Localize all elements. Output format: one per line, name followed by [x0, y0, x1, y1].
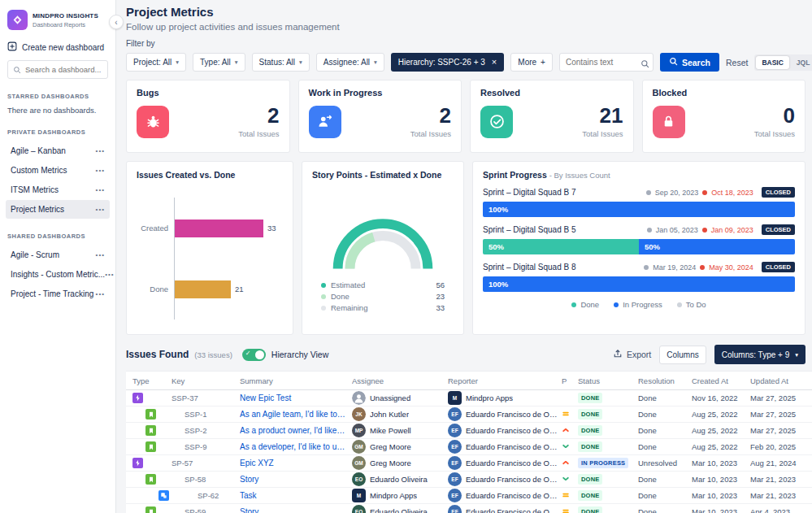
- filter-dropdown-project[interactable]: Project: All▾: [126, 53, 186, 72]
- ellipsis-icon[interactable]: •••: [96, 147, 105, 154]
- issues-table: TypeKeySummaryAssigneeReporterPStatusRes…: [126, 371, 812, 513]
- issue-row[interactable]: SP-59StoryEOEduardo OliveiraEFEduardo Fr…: [126, 504, 812, 513]
- person-name: John Kutler: [370, 410, 409, 419]
- ellipsis-icon[interactable]: •••: [96, 167, 105, 174]
- filter-dropdown-assignee[interactable]: Assignee: All▾: [316, 53, 384, 72]
- column-header-status[interactable]: Status: [578, 376, 638, 385]
- status-badge: DONE: [578, 409, 602, 420]
- issue-summary-link[interactable]: New Epic Test: [240, 393, 352, 402]
- sidebar-item-project-metrics[interactable]: Project Metrics•••: [6, 200, 110, 219]
- column-header-summary[interactable]: Summary: [240, 376, 352, 385]
- contains-text-box: [559, 53, 654, 72]
- ellipsis-icon[interactable]: •••: [96, 206, 105, 213]
- sidebar-item-itsm-metrics[interactable]: ITSM Metrics•••: [6, 180, 110, 199]
- person-cell: EOEduardo Oliveira: [352, 472, 448, 486]
- sprint-progress-bar: 100%: [483, 202, 795, 217]
- stat-card-body: 2Total Issues: [309, 105, 452, 138]
- reset-button[interactable]: Reset: [726, 58, 748, 67]
- person-cell: EFEduardo Francisco de Oliveira: [448, 424, 562, 437]
- search-button[interactable]: Search: [660, 53, 719, 72]
- column-header-p[interactable]: P: [562, 376, 578, 385]
- avatar: MP: [352, 424, 366, 437]
- bar-value: 21: [235, 285, 244, 293]
- mode-basic[interactable]: BASIC: [756, 56, 788, 69]
- export-button[interactable]: Export: [613, 349, 651, 360]
- issue-summary-link[interactable]: Story: [240, 475, 352, 484]
- stat-card-value: 21: [582, 105, 623, 127]
- story-type-icon: [145, 441, 156, 452]
- dashboard-search-box: [7, 60, 108, 79]
- legend-label: To Do: [686, 300, 706, 309]
- column-header-type[interactable]: Type: [126, 376, 172, 385]
- issue-row[interactable]: SSP-1As an Agile team, I'd like to l...J…: [126, 406, 812, 423]
- hierarchy-view-toggle[interactable]: ✓: [242, 349, 266, 361]
- ellipsis-icon[interactable]: •••: [105, 271, 114, 278]
- cell-key: SSP-2: [172, 426, 240, 435]
- chip-close-icon[interactable]: ×: [492, 58, 497, 67]
- issue-summary-link[interactable]: Epic XYZ: [240, 459, 352, 467]
- ellipsis-icon[interactable]: •••: [96, 290, 105, 298]
- columns-button[interactable]: Columns: [659, 346, 706, 364]
- sidebar-item-project-time-tracking[interactable]: Project - Time Tracking•••: [6, 285, 110, 303]
- cell-updated-at: Mar 21, 2023: [750, 491, 812, 500]
- issue-summary-link[interactable]: As an Agile team, I'd like to l...: [240, 410, 352, 419]
- create-dashboard-button[interactable]: Create new dashboard: [7, 41, 108, 53]
- avatar: GM: [352, 440, 366, 454]
- sidebar: MINDPRO INSIGHTS Dashboard Reports Creat…: [0, 0, 116, 513]
- columns-dropdown[interactable]: Columns: Type + 9 ▾: [714, 345, 805, 364]
- plus-square-icon: [7, 41, 17, 53]
- issue-summary-link[interactable]: Task: [240, 491, 352, 500]
- column-header-key[interactable]: Key: [172, 376, 240, 385]
- mode-jql[interactable]: JQL: [791, 56, 812, 69]
- issue-summary-link[interactable]: Story: [240, 507, 352, 513]
- column-header-assignee[interactable]: Assignee: [352, 376, 448, 385]
- column-header-created-at[interactable]: Created At: [692, 376, 750, 385]
- more-filters-button[interactable]: More +: [510, 53, 553, 72]
- sidebar-item-custom-metrics[interactable]: Custom Metrics•••: [6, 161, 110, 180]
- sidebar-item-insights-custom-metric-[interactable]: Insights - Custom Metric...•••: [6, 265, 110, 284]
- priority-high-icon: [562, 459, 570, 468]
- sprint-list: Sprint – Digital Squad B 7Sep 20, 2023Oc…: [483, 187, 795, 292]
- issue-row[interactable]: SP-58StoryEOEduardo OliveiraEFEduardo Fr…: [126, 472, 812, 488]
- avatar: EF: [448, 489, 462, 502]
- cell-assignee: GMGreg Moore: [352, 456, 448, 470]
- stat-card-body: 2Total Issues: [137, 105, 280, 138]
- sidebar-item-agile-scrum[interactable]: Agile - Scrum•••: [6, 246, 110, 264]
- person-cell: GMGreg Moore: [352, 456, 448, 470]
- bug-icon: [137, 106, 169, 138]
- created-vs-done-chart: CreatedDone 3321: [137, 198, 283, 320]
- filter-dropdown-status[interactable]: Status: All▾: [252, 53, 310, 72]
- ellipsis-icon[interactable]: •••: [96, 251, 105, 259]
- sprint-name: Sprint – Digital Squad B 7: [483, 188, 646, 197]
- cell-reporter: EFEduardo Francisco de Oliveira: [448, 489, 562, 502]
- bar-value: 33: [267, 224, 276, 233]
- cell-updated-at: Feb 20, 2025: [750, 442, 812, 451]
- issue-row[interactable]: SSP-37New Epic TestUnassignedMMindpro Ap…: [126, 390, 812, 406]
- cell-resolution: Unresolved: [638, 459, 692, 467]
- created-vs-done-panel: Issues Created vs. Done CreatedDone 3321: [126, 161, 293, 335]
- charts-row: Issues Created vs. Done CreatedDone 3321…: [126, 161, 805, 335]
- column-header-resolution[interactable]: Resolution: [638, 376, 692, 385]
- issue-row[interactable]: SP-62TaskMMindpro AppsEFEduardo Francisc…: [126, 488, 812, 504]
- filter-dropdown-type[interactable]: Type: All▾: [193, 53, 245, 72]
- avatar: EF: [448, 456, 462, 470]
- issue-row[interactable]: SSP-9As a developer, I'd like to up...GM…: [126, 439, 812, 455]
- person-name: Eduardo Francisco de Oliveira: [466, 442, 558, 451]
- hierarchy-filter-chip[interactable]: Hierarchy: SSPC-26 + 3 ×: [391, 53, 504, 72]
- issue-row[interactable]: SP-57Epic XYZGMGreg MooreEFEduardo Franc…: [126, 455, 812, 472]
- dashboard-search-input[interactable]: [25, 65, 102, 74]
- sidebar-sections: STARRED DASHBOARDSThere are no dashboard…: [7, 93, 108, 303]
- issue-row[interactable]: SSP-2As a product owner, I'd like t...MP…: [126, 423, 812, 439]
- issue-summary-link[interactable]: As a developer, I'd like to up...: [240, 442, 352, 451]
- issue-summary-link[interactable]: As a product owner, I'd like t...: [240, 426, 352, 435]
- sidebar-item-agile-kanban[interactable]: Agile – Kanban•••: [6, 141, 110, 160]
- sprint-bar-segment: 100%: [483, 276, 795, 292]
- status-badge: IN PROGRESS: [578, 458, 628, 468]
- sidebar-collapse-button[interactable]: ‹: [109, 15, 124, 29]
- column-header-reporter[interactable]: Reporter: [448, 376, 562, 385]
- story-type-icon: [145, 506, 156, 513]
- cell-assignee: MMindpro Apps: [352, 489, 448, 502]
- column-header-updated-at[interactable]: Updated At: [750, 376, 812, 385]
- contains-text-input[interactable]: [559, 53, 654, 72]
- ellipsis-icon[interactable]: •••: [96, 186, 105, 193]
